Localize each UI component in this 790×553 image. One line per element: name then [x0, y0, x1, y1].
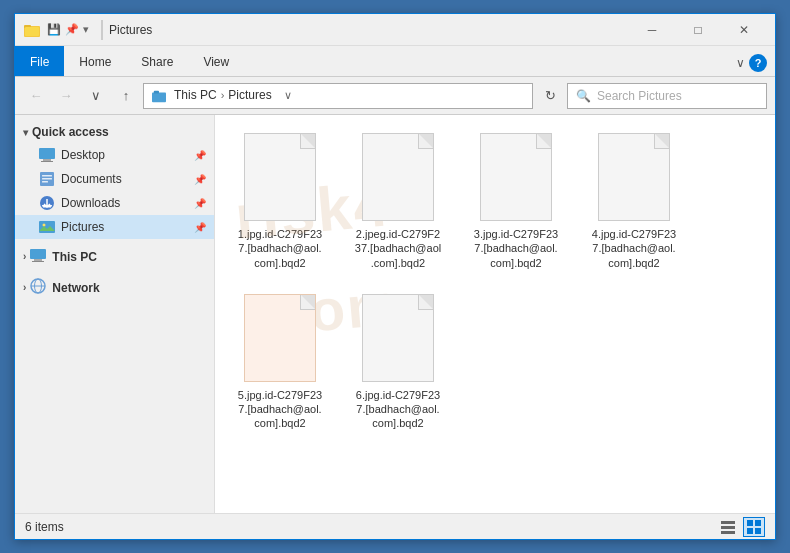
chevron-down-icon: ∨ [736, 56, 745, 70]
file-item-3[interactable]: 3.jpg.id-C279F237.[badhach@aol.com].bqd2 [461, 125, 571, 278]
file-item-4[interactable]: 4.jpg.id-C279F237.[badhach@aol.com].bqd2 [579, 125, 689, 278]
svg-rect-4 [154, 91, 159, 94]
forward-button[interactable]: → [53, 83, 79, 109]
sidebar-group-network[interactable]: › Network [15, 274, 214, 301]
downloads-icon [39, 195, 55, 211]
file-icon-1 [240, 133, 320, 223]
window-controls: ─ □ ✕ [629, 14, 767, 46]
sidebar-item-pictures[interactable]: Pictures 📌 [15, 215, 214, 239]
sidebar: ▾ Quick access Desktop 📌 [15, 115, 215, 513]
file-corner-1 [301, 134, 315, 148]
search-box[interactable]: 🔍 Search Pictures [567, 83, 767, 109]
file-corner-2 [419, 134, 433, 148]
svg-rect-6 [43, 159, 51, 161]
explorer-window: 💾 📌 ▾ Pictures ─ □ ✕ File Home Share Vie… [14, 13, 776, 540]
sidebar-group-thispc[interactable]: › This PC [15, 243, 214, 270]
file-icon-6 [358, 294, 438, 384]
ribbon-tabs: File Home Share View ∨ ? [15, 46, 775, 76]
item-count: 6 items [25, 520, 64, 534]
main-area: ▾ Quick access Desktop 📌 [15, 115, 775, 513]
file-name-3: 3.jpg.id-C279F237.[badhach@aol.com].bqd2 [474, 227, 558, 270]
qa-pin[interactable]: 📌 [65, 23, 79, 36]
sidebar-section-thispc: › This PC [15, 243, 214, 270]
file-item-6[interactable]: 6.jpg.id-C279F237.[badhach@aol.com].bqd2 [343, 286, 453, 439]
grid-view-button[interactable] [743, 517, 765, 537]
breadcrumb-thispc[interactable]: This PC [174, 88, 217, 102]
minimize-button[interactable]: ─ [629, 14, 675, 46]
ribbon: File Home Share View ∨ ? [15, 46, 775, 77]
tab-share[interactable]: Share [126, 46, 188, 76]
list-view-button[interactable] [717, 517, 739, 537]
svg-rect-27 [721, 526, 735, 529]
sidebar-network-label: Network [52, 281, 99, 295]
nav-dropdown-button[interactable]: ∨ [83, 83, 109, 109]
pin-icon-pictures: 📌 [194, 222, 206, 233]
up-button[interactable]: ↑ [113, 83, 139, 109]
sidebar-section-quickaccess: ▾ Quick access Desktop 📌 [15, 121, 214, 239]
file-item-1[interactable]: 1.jpg.id-C279F237.[badhach@aol.com].bqd2 [225, 125, 335, 278]
sidebar-quickaccess-label: Quick access [32, 125, 109, 139]
file-page-4 [598, 133, 670, 221]
network-group-icon [30, 278, 46, 297]
file-icon-2 [358, 133, 438, 223]
tab-home[interactable]: Home [64, 46, 126, 76]
file-name-2: 2.jpeg.id-C279F237.[badhach@aol.com].bqd… [355, 227, 441, 270]
file-corner-4 [655, 134, 669, 148]
svg-rect-9 [42, 175, 52, 177]
sidebar-documents-label: Documents [61, 172, 122, 186]
pin-icon-downloads: 📌 [194, 198, 206, 209]
help-icon[interactable]: ? [749, 54, 767, 72]
qa-save[interactable]: 💾 [47, 23, 61, 36]
file-grid-content: 1.jpg.id-C279F237.[badhach@aol.com].bqd2… [225, 125, 765, 439]
sidebar-item-desktop[interactable]: Desktop 📌 [15, 143, 214, 167]
breadcrumb: This PC › Pictures ∨ [152, 88, 292, 103]
back-button[interactable]: ← [23, 83, 49, 109]
sidebar-downloads-label: Downloads [61, 196, 120, 210]
address-path-box[interactable]: This PC › Pictures ∨ [143, 83, 533, 109]
close-button[interactable]: ✕ [721, 14, 767, 46]
file-grid: risk4 com 1.jpg.id-C279F237.[badhach@aol… [215, 115, 775, 513]
search-placeholder: Search Pictures [597, 89, 682, 103]
qa-dropdown[interactable]: ▾ [83, 23, 89, 36]
file-icon-4 [594, 133, 674, 223]
svg-rect-5 [39, 148, 55, 159]
svg-rect-2 [25, 27, 39, 36]
refresh-button[interactable]: ↻ [537, 83, 563, 109]
file-name-1: 1.jpg.id-C279F237.[badhach@aol.com].bqd2 [238, 227, 322, 270]
tab-file[interactable]: File [15, 46, 64, 76]
breadcrumb-explorer-icon [152, 88, 170, 103]
svg-rect-32 [755, 528, 761, 534]
pin-icon-docs: 📌 [194, 174, 206, 185]
file-corner-6 [419, 295, 433, 309]
pin-icon: 📌 [194, 150, 206, 161]
breadcrumb-pictures[interactable]: Pictures [228, 88, 271, 102]
desktop-icon [39, 147, 55, 163]
status-bar: 6 items [15, 513, 775, 539]
svg-rect-11 [42, 181, 48, 183]
quick-access-toolbar[interactable]: 💾 📌 ▾ [47, 23, 89, 36]
svg-rect-22 [32, 261, 44, 262]
breadcrumb-expand[interactable]: ∨ [284, 89, 292, 102]
file-icon-3 [476, 133, 556, 223]
file-page-1 [244, 133, 316, 221]
sidebar-group-quickaccess[interactable]: ▾ Quick access [15, 121, 214, 143]
file-icon-5 [240, 294, 320, 384]
sidebar-thispc-label: This PC [52, 250, 97, 264]
ribbon-collapse[interactable]: ∨ ? [728, 50, 775, 76]
sidebar-item-downloads[interactable]: Downloads 📌 [15, 191, 214, 215]
file-page-2 [362, 133, 434, 221]
documents-icon [39, 171, 55, 187]
expand-icon-network: › [23, 282, 26, 293]
svg-rect-10 [42, 178, 52, 180]
file-page-3 [480, 133, 552, 221]
file-item-5[interactable]: 5.jpg.id-C279F237.[badhach@aol.com].bqd2 [225, 286, 335, 439]
sidebar-item-documents[interactable]: Documents 📌 [15, 167, 214, 191]
svg-rect-17 [39, 221, 55, 233]
file-item-2[interactable]: 2.jpeg.id-C279F237.[badhach@aol.com].bqd… [343, 125, 453, 278]
title-bar: 💾 📌 ▾ Pictures ─ □ ✕ [15, 14, 775, 46]
svg-rect-26 [721, 521, 735, 524]
sidebar-desktop-label: Desktop [61, 148, 105, 162]
maximize-button[interactable]: □ [675, 14, 721, 46]
view-controls [717, 517, 765, 537]
tab-view[interactable]: View [188, 46, 244, 76]
